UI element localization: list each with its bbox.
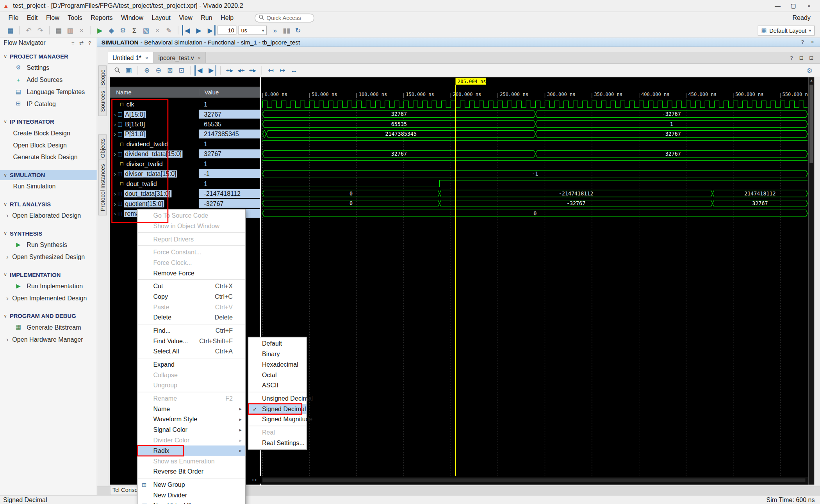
menu-item-cut[interactable]: CutCtrl+X bbox=[137, 281, 245, 291]
scroll-up-icon[interactable]: ▲ bbox=[809, 77, 815, 82]
scrollbar-thumb[interactable] bbox=[262, 478, 805, 482]
flow-item-open-synthesized-design[interactable]: ›Open Synthesized Design bbox=[0, 251, 97, 263]
time-unit-select[interactable]: us ▾ bbox=[239, 26, 267, 35]
menu-item-new-divider[interactable]: New Divider bbox=[137, 490, 245, 500]
cancel-icon[interactable]: × bbox=[152, 25, 163, 35]
flow-item-generate-block-design[interactable]: Generate Block Design bbox=[0, 151, 97, 163]
switch-icon[interactable]: ⇄ bbox=[78, 39, 85, 46]
menu-item-octal[interactable]: Octal bbox=[248, 370, 307, 380]
collapse-icon[interactable]: ≡ bbox=[70, 39, 76, 46]
minimize-button[interactable]: — bbox=[770, 0, 785, 11]
float-icon[interactable]: ⊟ bbox=[798, 54, 805, 61]
flow-item-open-elaborated-design[interactable]: ›Open Elaborated Design bbox=[0, 209, 97, 222]
goto-end-icon[interactable]: ↦ bbox=[277, 65, 288, 76]
flow-section-simulation[interactable]: ∨SIMULATION bbox=[0, 170, 97, 180]
menu-item-ascii[interactable]: ASCII bbox=[248, 380, 307, 391]
redo-icon[interactable]: ↷ bbox=[35, 25, 46, 35]
flow-item-run-simulation[interactable]: Run Simulation bbox=[0, 180, 97, 192]
signal-row[interactable]: ›◫divisor_tdata[15:0]-1 bbox=[110, 169, 260, 178]
next-marker-icon[interactable]: +▸ bbox=[247, 65, 258, 76]
side-tab-protocol-instances[interactable]: Protocol Instances bbox=[98, 160, 107, 216]
signal-row[interactable]: ⊓clk1 bbox=[110, 99, 260, 109]
signal-row[interactable]: ⊓dout_tvalid1 bbox=[110, 179, 260, 188]
flow-item-ip-catalog[interactable]: ⊞IP Catalog bbox=[0, 98, 97, 110]
quick-access-input[interactable] bbox=[267, 14, 308, 21]
menu-item-binary[interactable]: Binary bbox=[248, 349, 307, 359]
signal-row[interactable]: ›◫quotient[15:0]-32767 bbox=[110, 199, 260, 208]
menu-item-delete[interactable]: DeleteDelete bbox=[137, 312, 245, 323]
menu-flow[interactable]: Flow bbox=[42, 12, 63, 23]
undo-icon[interactable]: ↶ bbox=[23, 25, 34, 35]
chevron-right-icon[interactable]: › bbox=[114, 190, 116, 197]
signal-row[interactable]: ⊓divisor_tvalid1 bbox=[110, 159, 260, 169]
restart-icon[interactable]: ◀ bbox=[182, 25, 193, 35]
chevron-right-icon[interactable]: › bbox=[252, 477, 254, 483]
chevron-left-icon[interactable]: ‹ bbox=[255, 477, 257, 483]
menu-item-expand[interactable]: Expand bbox=[137, 359, 245, 370]
menu-item-name[interactable]: Name▸ bbox=[137, 404, 245, 414]
close-button[interactable]: × bbox=[801, 0, 817, 11]
flow-item-open-block-design[interactable]: Open Block Design bbox=[0, 139, 97, 151]
add-sources-icon[interactable]: + bbox=[13, 76, 23, 83]
quick-access-box[interactable] bbox=[255, 13, 314, 22]
maximize-icon[interactable]: ⊡ bbox=[808, 54, 815, 61]
report-icon[interactable]: ▧ bbox=[141, 25, 151, 35]
name-column-header[interactable]: Name bbox=[110, 89, 199, 96]
flow-section-ip-integrator[interactable]: ∨IP INTEGRATOR bbox=[0, 117, 97, 127]
add-marker-icon[interactable]: +▸ bbox=[225, 65, 235, 76]
help-icon[interactable]: ? bbox=[799, 39, 806, 45]
chevron-right-icon[interactable]: › bbox=[114, 151, 116, 157]
copy-icon[interactable]: ▤ bbox=[53, 25, 64, 35]
step-icon[interactable]: » bbox=[270, 25, 280, 35]
paste-icon[interactable]: ▥ bbox=[65, 25, 75, 35]
menu-edit[interactable]: Edit bbox=[23, 12, 42, 23]
flow-item-run-implementation[interactable]: ▶Run Implementation bbox=[0, 280, 97, 292]
value-column-header[interactable]: Value bbox=[199, 89, 260, 96]
zoom-cursor-icon[interactable]: ⊡ bbox=[176, 65, 187, 76]
chevron-right-icon[interactable]: › bbox=[114, 111, 116, 117]
run-all-icon[interactable]: ▶ bbox=[194, 25, 204, 35]
flow-item-add-sources[interactable]: +Add Sources bbox=[0, 74, 97, 86]
prev-transition-icon[interactable]: ◀ bbox=[194, 65, 205, 76]
menu-item-signal-color[interactable]: Signal Color▸ bbox=[137, 424, 245, 435]
menu-item-find-value[interactable]: Find Value...Ctrl+Shift+F bbox=[137, 336, 245, 346]
flow-item-create-block-design[interactable]: Create Block Design bbox=[0, 127, 97, 139]
chevron-right-icon[interactable]: › bbox=[114, 121, 116, 127]
menu-run[interactable]: Run bbox=[196, 12, 216, 23]
relaunch-icon[interactable]: ↻ bbox=[293, 25, 303, 35]
layout-selector[interactable]: ▦ Default Layout ▾ bbox=[758, 26, 815, 35]
signal-row[interactable]: ›◫dividend_tdata[15:0]32767 bbox=[110, 149, 260, 159]
ip-catalog-icon[interactable]: ⊞ bbox=[13, 100, 23, 107]
menu-file[interactable]: File bbox=[4, 12, 23, 23]
flow-item-run-synthesis[interactable]: ▶Run Synthesis bbox=[0, 239, 97, 251]
close-icon[interactable]: × bbox=[145, 55, 148, 61]
menu-item-new-group[interactable]: ⊞New Group bbox=[137, 479, 245, 490]
signal-row[interactable]: ›◫A[15:0]32767 bbox=[110, 109, 260, 119]
goto-start-icon[interactable]: ↤ bbox=[266, 65, 276, 76]
signal-row[interactable]: ›◫B[15:0]65535 bbox=[110, 119, 260, 129]
help-icon[interactable]: ? bbox=[788, 54, 795, 61]
menu-view[interactable]: View bbox=[175, 12, 197, 23]
flow-item-settings[interactable]: ⚙Settings bbox=[0, 62, 97, 74]
horizontal-scrollbar[interactable] bbox=[262, 477, 808, 483]
gear-icon[interactable]: ⚙ bbox=[13, 64, 23, 71]
bitstream-icon[interactable]: ▦ bbox=[13, 323, 23, 331]
find-icon[interactable] bbox=[112, 65, 123, 76]
save-wave-icon[interactable]: ▣ bbox=[123, 65, 134, 76]
close-icon[interactable]: × bbox=[198, 55, 201, 61]
run-icon[interactable]: ▶ bbox=[13, 282, 23, 290]
flow-section-project-manager[interactable]: ∨PROJECT MANAGER bbox=[0, 51, 97, 62]
splitter-collapse-buttons[interactable]: ›‹ bbox=[252, 476, 262, 484]
side-tab-objects[interactable]: Objects bbox=[98, 134, 107, 162]
flow-item-open-implemented-design[interactable]: ›Open Implemented Design bbox=[0, 292, 97, 304]
edit-icon[interactable]: ✎ bbox=[164, 25, 174, 35]
zoom-out-icon[interactable]: ⊖ bbox=[153, 65, 164, 76]
delete-icon[interactable]: × bbox=[77, 25, 87, 35]
chevron-right-icon[interactable]: › bbox=[114, 200, 116, 206]
chevron-right-icon[interactable]: › bbox=[6, 211, 9, 219]
program-icon[interactable]: ◆ bbox=[106, 25, 117, 35]
settings-icon[interactable]: ⚙ bbox=[118, 25, 128, 35]
menu-item-find[interactable]: Find...Ctrl+F bbox=[137, 325, 245, 336]
waveform-canvas[interactable]: 0.000 ns50.000 ns100.000 ns150.000 ns200… bbox=[262, 77, 808, 476]
next-transition-icon[interactable]: ▶ bbox=[206, 65, 217, 76]
